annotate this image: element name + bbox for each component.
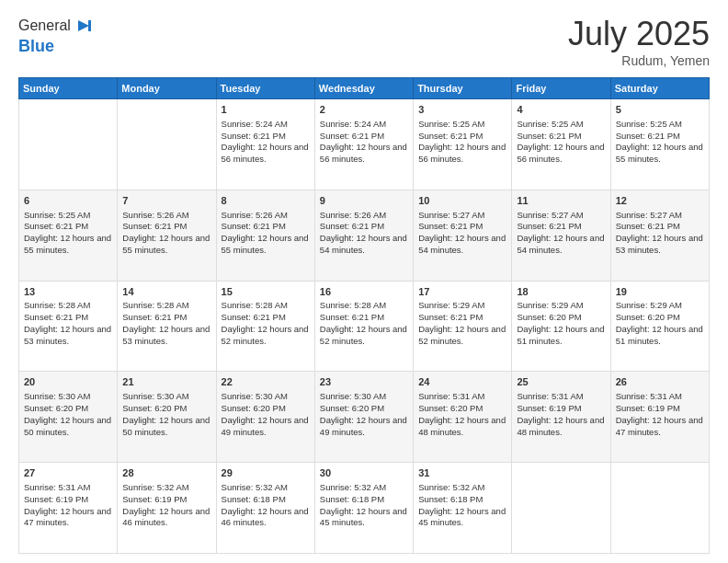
sunset-text: Sunset: 6:21 PM (418, 312, 483, 322)
sunrise-text: Sunrise: 5:29 AM (616, 300, 682, 310)
sunset-text: Sunset: 6:21 PM (122, 221, 187, 231)
calendar-cell: 2Sunrise: 5:24 AMSunset: 6:21 PMDaylight… (314, 99, 413, 190)
day-number: 28 (122, 466, 210, 480)
calendar-cell: 23Sunrise: 5:30 AMSunset: 6:20 PMDayligh… (314, 372, 413, 463)
daylight-text: Daylight: 12 hours and 48 minutes. (418, 415, 506, 437)
calendar-cell (19, 99, 118, 190)
day-number: 31 (418, 466, 506, 480)
logo: General Blue (18, 15, 95, 56)
sunset-text: Sunset: 6:19 PM (517, 403, 581, 413)
daylight-text: Daylight: 12 hours and 51 minutes. (517, 324, 604, 346)
daylight-text: Daylight: 12 hours and 51 minutes. (616, 324, 703, 346)
sunrise-text: Sunrise: 5:31 AM (517, 391, 583, 401)
month-title: July 2025 (568, 15, 710, 53)
sunset-text: Sunset: 6:21 PM (418, 131, 483, 141)
calendar-cell: 3Sunrise: 5:25 AMSunset: 6:21 PMDaylight… (414, 99, 512, 190)
daylight-text: Daylight: 12 hours and 52 minutes. (222, 324, 309, 346)
svg-marker-0 (78, 20, 89, 31)
daylight-text: Daylight: 12 hours and 54 minutes. (320, 233, 407, 255)
calendar-cell (512, 463, 610, 554)
sunrise-text: Sunrise: 5:24 AM (320, 119, 386, 129)
calendar-cell: 6Sunrise: 5:25 AMSunset: 6:21 PMDaylight… (19, 190, 118, 281)
calendar-cell: 24Sunrise: 5:31 AMSunset: 6:20 PMDayligh… (414, 372, 512, 463)
sunrise-text: Sunrise: 5:31 AM (24, 482, 90, 492)
sunset-text: Sunset: 6:19 PM (24, 494, 88, 504)
daylight-text: Daylight: 12 hours and 48 minutes. (517, 415, 604, 437)
daylight-text: Daylight: 12 hours and 50 minutes. (122, 415, 210, 437)
sunset-text: Sunset: 6:20 PM (320, 403, 384, 413)
sunset-text: Sunset: 6:19 PM (616, 403, 680, 413)
day-number: 24 (418, 375, 506, 389)
sunrise-text: Sunrise: 5:26 AM (122, 210, 188, 220)
calendar-cell (610, 463, 709, 554)
daylight-text: Daylight: 12 hours and 49 minutes. (320, 415, 407, 437)
daylight-text: Daylight: 12 hours and 46 minutes. (122, 506, 210, 528)
day-number: 14 (122, 285, 210, 299)
day-number: 5 (616, 103, 704, 117)
daylight-text: Daylight: 12 hours and 52 minutes. (320, 324, 407, 346)
sunset-text: Sunset: 6:19 PM (122, 494, 187, 504)
day-number: 2 (320, 103, 408, 117)
day-number: 1 (222, 103, 310, 117)
calendar-cell: 13Sunrise: 5:28 AMSunset: 6:21 PMDayligh… (19, 281, 118, 372)
day-number: 3 (418, 103, 506, 117)
calendar-cell: 17Sunrise: 5:29 AMSunset: 6:21 PMDayligh… (414, 281, 512, 372)
day-number: 7 (122, 194, 210, 208)
calendar-cell: 25Sunrise: 5:31 AMSunset: 6:19 PMDayligh… (512, 372, 610, 463)
calendar-week-row: 27Sunrise: 5:31 AMSunset: 6:19 PMDayligh… (19, 463, 710, 554)
calendar-week-row: 6Sunrise: 5:25 AMSunset: 6:21 PMDaylight… (19, 190, 710, 281)
weekday-header: Tuesday (216, 78, 314, 99)
sunset-text: Sunset: 6:21 PM (24, 312, 88, 322)
daylight-text: Daylight: 12 hours and 47 minutes. (616, 415, 703, 437)
sunset-text: Sunset: 6:20 PM (517, 312, 581, 322)
calendar-cell: 1Sunrise: 5:24 AMSunset: 6:21 PMDaylight… (216, 99, 314, 190)
sunrise-text: Sunrise: 5:30 AM (222, 391, 288, 401)
weekday-header: Wednesday (314, 78, 413, 99)
calendar-table: SundayMondayTuesdayWednesdayThursdayFrid… (18, 77, 710, 554)
sunset-text: Sunset: 6:21 PM (222, 221, 286, 231)
sunset-text: Sunset: 6:21 PM (517, 131, 581, 141)
sunrise-text: Sunrise: 5:24 AM (222, 119, 288, 129)
sunrise-text: Sunrise: 5:28 AM (222, 300, 288, 310)
sunset-text: Sunset: 6:18 PM (222, 494, 286, 504)
sunrise-text: Sunrise: 5:30 AM (320, 391, 386, 401)
sunset-text: Sunset: 6:21 PM (222, 131, 286, 141)
day-number: 25 (517, 375, 605, 389)
daylight-text: Daylight: 12 hours and 50 minutes. (24, 415, 111, 437)
day-number: 10 (418, 194, 506, 208)
sunset-text: Sunset: 6:21 PM (517, 221, 581, 231)
day-number: 8 (222, 194, 310, 208)
calendar-cell: 26Sunrise: 5:31 AMSunset: 6:19 PMDayligh… (610, 372, 709, 463)
sunrise-text: Sunrise: 5:26 AM (320, 210, 386, 220)
daylight-text: Daylight: 12 hours and 55 minutes. (24, 233, 111, 255)
daylight-text: Daylight: 12 hours and 53 minutes. (24, 324, 111, 346)
day-number: 9 (320, 194, 408, 208)
calendar-cell: 10Sunrise: 5:27 AMSunset: 6:21 PMDayligh… (414, 190, 512, 281)
calendar-cell: 7Sunrise: 5:26 AMSunset: 6:21 PMDaylight… (118, 190, 216, 281)
day-number: 11 (517, 194, 605, 208)
sunrise-text: Sunrise: 5:31 AM (418, 391, 484, 401)
sunrise-text: Sunrise: 5:28 AM (320, 300, 386, 310)
sunset-text: Sunset: 6:20 PM (616, 312, 680, 322)
sunset-text: Sunset: 6:18 PM (320, 494, 384, 504)
sunrise-text: Sunrise: 5:32 AM (320, 482, 386, 492)
sunset-text: Sunset: 6:20 PM (222, 403, 286, 413)
sunset-text: Sunset: 6:21 PM (24, 221, 88, 231)
calendar-cell: 27Sunrise: 5:31 AMSunset: 6:19 PMDayligh… (19, 463, 118, 554)
calendar-cell: 18Sunrise: 5:29 AMSunset: 6:20 PMDayligh… (512, 281, 610, 372)
day-number: 30 (320, 466, 408, 480)
page-header: General Blue July 2025 Rudum, Yemen (18, 15, 710, 68)
daylight-text: Daylight: 12 hours and 53 minutes. (616, 233, 703, 255)
daylight-text: Daylight: 12 hours and 46 minutes. (222, 506, 309, 528)
calendar-week-row: 13Sunrise: 5:28 AMSunset: 6:21 PMDayligh… (19, 281, 710, 372)
calendar-cell: 5Sunrise: 5:25 AMSunset: 6:21 PMDaylight… (610, 99, 709, 190)
day-number: 18 (517, 285, 605, 299)
daylight-text: Daylight: 12 hours and 54 minutes. (418, 233, 506, 255)
sunset-text: Sunset: 6:21 PM (222, 312, 286, 322)
day-number: 6 (24, 194, 112, 208)
calendar-cell: 14Sunrise: 5:28 AMSunset: 6:21 PMDayligh… (118, 281, 216, 372)
sunrise-text: Sunrise: 5:32 AM (122, 482, 188, 492)
daylight-text: Daylight: 12 hours and 45 minutes. (418, 506, 506, 528)
calendar-cell: 16Sunrise: 5:28 AMSunset: 6:21 PMDayligh… (314, 281, 413, 372)
sunrise-text: Sunrise: 5:25 AM (616, 119, 682, 129)
